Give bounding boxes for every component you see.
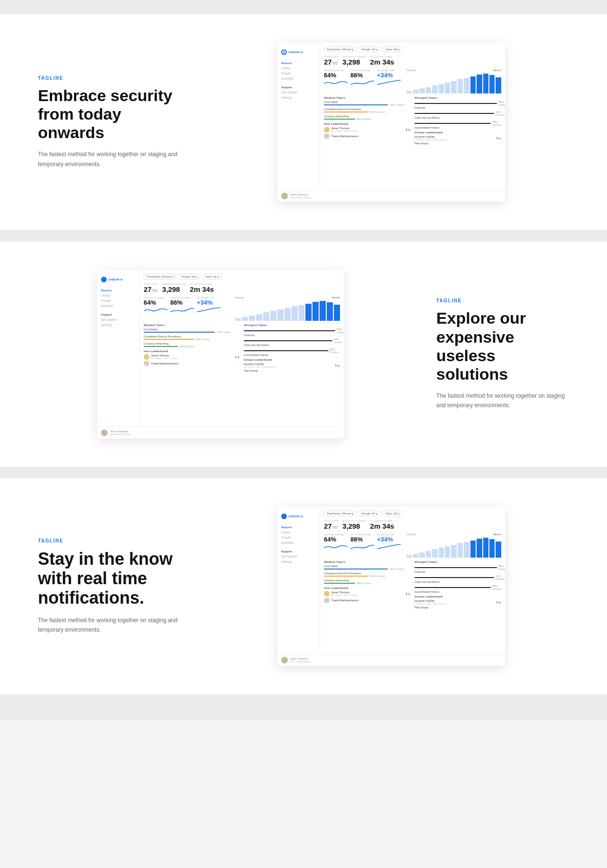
dashboard-mockup-1: OXBOW UI Reports Library People Activiti… bbox=[277, 43, 505, 202]
db1-topic-1: Food Safety 74% Correct bbox=[324, 101, 411, 106]
db1-group-1: Houston Facility 62 Points / User • 91% … bbox=[414, 135, 501, 141]
dashboard-mockup-3: OXBOW UI Reports Library People Activiti… bbox=[277, 507, 505, 666]
db1-nav-people[interactable]: People bbox=[277, 71, 320, 76]
db1-strong-topics: Strongest Topics 95% Correct Protocols bbox=[414, 96, 501, 145]
section-1-text: TAGLINE Embrace security from today onwa… bbox=[38, 75, 180, 169]
section-3-tagline: TAGLINE bbox=[38, 538, 180, 543]
db1-filter-topic[interactable]: Topic: All▾ bbox=[383, 47, 402, 52]
db1-support-label: Support bbox=[277, 83, 320, 90]
db1-logo-icon bbox=[281, 49, 287, 55]
page-wrapper: TAGLINE Embrace security from today onwa… bbox=[0, 0, 607, 720]
section-3-headline: Stay in the know with real time notifica… bbox=[38, 549, 180, 608]
db1-stats: Active Users 27/60 Questions Answered 3,… bbox=[324, 55, 501, 66]
db1-sidebar: OXBOW UI Reports Library People Activiti… bbox=[277, 43, 320, 190]
section-2: OXBOW UI Reports Library People Activiti… bbox=[0, 242, 607, 467]
db1-user-info: Jean Pacheco view profile/settings bbox=[290, 193, 311, 199]
db1-knowledge: Starting Knowledge 64% Current Knowledge… bbox=[324, 69, 403, 93]
db1-nav-settings[interactable]: Settings bbox=[277, 95, 320, 100]
db1-know-activity: Starting Knowledge 64% Current Knowledge… bbox=[324, 69, 501, 93]
section-1-mockup: OXBOW UI Reports Library People Activiti… bbox=[213, 43, 569, 202]
section-3-mockup: OXBOW UI Reports Library People Activiti… bbox=[213, 507, 569, 666]
section-3-text: TAGLINE Stay in the know with real time … bbox=[38, 538, 180, 635]
db1-stat-questions: Questions Answered 3,298 bbox=[342, 55, 366, 66]
db1-strong-2: 92% Correct Cyber Security Basics bbox=[414, 111, 501, 119]
db1-stat-users: Active Users 27/60 bbox=[324, 55, 339, 66]
db1-nav-getstarted[interactable]: Get Started bbox=[277, 90, 320, 95]
db2-main: Timeframe: All-time▾ People: All▾ Topic:… bbox=[140, 270, 344, 427]
db1-stat-session: Av. Session Length 2m 34s bbox=[370, 55, 394, 66]
db1-bottom: Weakest Topics Food Safety 74% Correct bbox=[324, 96, 501, 145]
db1-topic-2: Compliance Rescue Procedures 52% Correct bbox=[324, 108, 411, 113]
section-2-mockup: OXBOW UI Reports Library People Activiti… bbox=[38, 270, 403, 439]
db1-reports-label: Reports bbox=[277, 60, 320, 65]
section-2-text: TAGLINE Explore our expensive useless so… bbox=[436, 298, 569, 410]
db1-weak-topics: Weakest Topics Food Safety 74% Correct bbox=[324, 96, 411, 145]
db1-user-avatar bbox=[281, 193, 288, 199]
db1-nav-library[interactable]: Library bbox=[277, 65, 320, 71]
db1-filter-people[interactable]: People: All▾ bbox=[359, 47, 380, 52]
section-3-desc: The fastest method for working together … bbox=[38, 616, 180, 635]
db1-logo-text: OXBOW UI bbox=[288, 51, 303, 54]
db1-filters: Timeframe: All-time▾ People: All▾ Topic:… bbox=[324, 47, 501, 52]
db1-topic-3: Company Networking 36% Correct bbox=[324, 115, 411, 121]
db1-know-gain: Knowledge Gain +34% bbox=[377, 69, 401, 86]
db1-nav-activities[interactable]: Activities bbox=[277, 76, 320, 81]
db1-strong-1: 95% Correct Protocols bbox=[414, 101, 501, 109]
db1-filter-timeframe[interactable]: Timeframe: All-time▾ bbox=[324, 47, 356, 52]
db2-sidebar: OXBOW UI Reports Library People Activiti… bbox=[97, 270, 140, 427]
dashboard-mockup-2: OXBOW UI Reports Library People Activiti… bbox=[97, 270, 344, 439]
db1-main: Timeframe: All-time▾ People: All▾ Topic:… bbox=[320, 43, 505, 190]
svg-point-0 bbox=[283, 51, 285, 54]
section-2-tagline: TAGLINE bbox=[436, 298, 569, 303]
section-1-headline: Embrace security from today onwards bbox=[38, 86, 180, 142]
section-1-desc: The fastest method for working together … bbox=[38, 149, 180, 169]
db1-know-values: Starting Knowledge 64% Current Knowledge… bbox=[324, 69, 403, 86]
db1-footer: Jean Pacheco view profile/settings bbox=[277, 190, 505, 202]
db1-group-2: Test Group bbox=[414, 142, 501, 145]
section-1-tagline: TAGLINE bbox=[38, 75, 180, 81]
db1-logo: OXBOW UI bbox=[277, 47, 320, 60]
db1-know-current: Current Knowledge 86% bbox=[350, 69, 374, 86]
db1-activity: Activity Month bbox=[406, 69, 501, 93]
section-3: TAGLINE Stay in the know with real time … bbox=[0, 478, 607, 694]
db1-stat-users-val: 27/60 bbox=[324, 58, 339, 66]
db1-know-start: Starting Knowledge 64% bbox=[324, 69, 348, 86]
db1-bar-chart bbox=[406, 73, 501, 93]
section-2-desc: The fastest method for working together … bbox=[436, 391, 569, 411]
section-2-headline: Explore our expensive useless solutions bbox=[436, 309, 569, 383]
db1-leader-1: Jesse Thomas 837 Points • 86% Correct 1 … bbox=[324, 127, 411, 132]
db1-strong-3: 88% Correct Social Media Policies bbox=[414, 121, 501, 129]
section-1: TAGLINE Embrace security from today onwa… bbox=[0, 14, 607, 230]
db1-leader-2: Thalal Mahbubrhamin bbox=[324, 133, 411, 139]
